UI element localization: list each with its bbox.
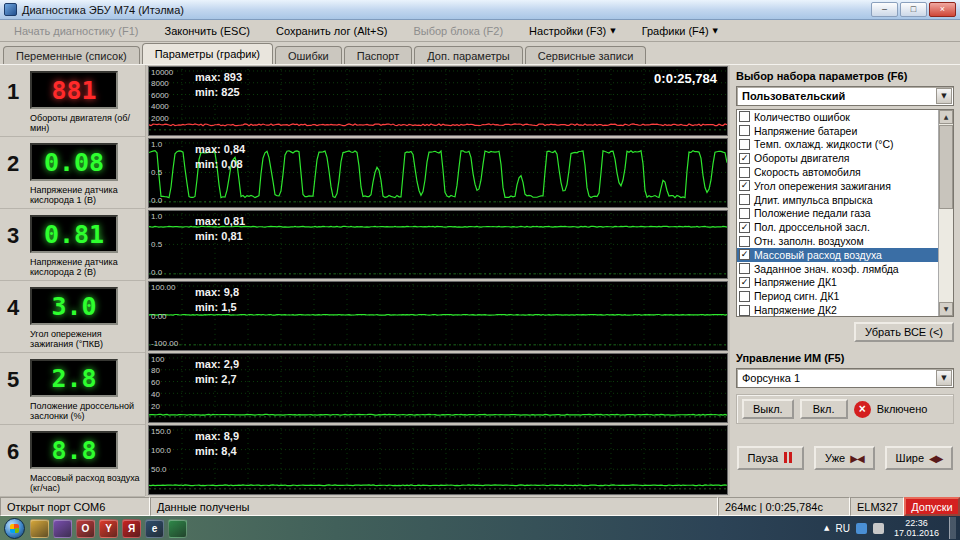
parameter-row: 30.81Напряжение датчика кислорода 2 (В) (0, 209, 145, 281)
pause-button[interactable]: Пауза (737, 446, 805, 470)
chevron-down-icon[interactable]: ▼ (936, 370, 952, 386)
menu-item-4: Выбор блока (F2) (407, 22, 509, 40)
checkbox-checked[interactable]: ✓ (739, 222, 750, 233)
taskbar-app-icon[interactable] (53, 519, 72, 538)
actuator-off-button[interactable]: Выкл. (742, 399, 794, 419)
tab-1[interactable]: Переменные (список) (3, 46, 140, 64)
checkbox-unchecked[interactable] (739, 291, 750, 302)
parameter-list-label: Положение педали газа (754, 207, 871, 219)
tab-3[interactable]: Ошибки (275, 46, 342, 64)
checkbox-checked[interactable]: ✓ (739, 277, 750, 288)
parameter-list-label: Напряжение ДК2 (754, 304, 837, 316)
graph-min-label: min: 2,7 (195, 373, 237, 385)
y-tick-label: 40 (151, 390, 160, 399)
graph-max-label: max: 2,9 (195, 358, 239, 370)
language-indicator[interactable]: RU (836, 523, 850, 534)
taskbar: OYЯe ▲ RU 22:36 17.01.2016 (0, 516, 960, 540)
graph-time-label: 0:0:25,784 (654, 71, 717, 86)
show-desktop-button[interactable] (949, 517, 956, 539)
parameter-list-item[interactable]: Отн. заполн. воздухом (737, 234, 938, 248)
checkbox-unchecked[interactable] (739, 263, 750, 274)
scroll-down-icon[interactable]: ▼ (939, 302, 953, 316)
taskbar-app-icon[interactable]: Y (99, 519, 118, 538)
taskbar-app-icon[interactable]: O (76, 519, 95, 538)
taskbar-app-icon[interactable] (30, 519, 49, 538)
checkbox-checked[interactable]: ✓ (739, 249, 750, 260)
graph-max-label: max: 9,8 (195, 286, 239, 298)
minimize-button[interactable]: – (871, 2, 898, 17)
wider-button[interactable]: Шире ◀▶ (885, 446, 954, 470)
start-button[interactable] (4, 518, 25, 539)
parameter-list-item[interactable]: Скорость автомобиля (737, 165, 938, 179)
checkbox-unchecked[interactable] (739, 125, 750, 136)
menu-item-label: Выбор блока (F2) (413, 25, 503, 37)
checkbox-unchecked[interactable] (739, 208, 750, 219)
parameter-listbox: Количество ошибокНапряжение батареиТемп.… (736, 109, 954, 317)
parameter-list: Количество ошибокНапряжение батареиТемп.… (737, 110, 938, 316)
y-tick-label: 4000 (151, 102, 169, 111)
maximize-button[interactable]: □ (900, 2, 927, 17)
parameter-label: Положение дроссельной заслонки (%) (30, 401, 142, 421)
parameter-list-item[interactable]: Напряжение ДК2 (737, 303, 938, 316)
tab-6[interactable]: Сервисные записи (525, 46, 647, 64)
parameter-list-item[interactable]: Количество ошибок (737, 110, 938, 124)
checkbox-unchecked[interactable] (739, 139, 750, 150)
actuator-dropdown[interactable]: Форсунка 1 ▼ (736, 368, 954, 388)
checkbox-unchecked[interactable] (739, 194, 750, 205)
tray-expand-icon[interactable]: ▲ (824, 524, 829, 532)
parameter-list-item[interactable]: Длит. импульса впрыска (737, 193, 938, 207)
parameter-list-item[interactable]: ✓Напряжение ДК1 (737, 276, 938, 290)
parameter-list-item[interactable]: ✓Массовый расход воздуха (737, 248, 938, 262)
led-display: 0.08 (30, 143, 118, 181)
led-display: 3.0 (30, 287, 118, 325)
status-timing: 264мс | 0:0:25,784с (718, 497, 850, 516)
menu-item-3[interactable]: Сохранить лог (Alt+S) (270, 22, 393, 40)
checkbox-unchecked[interactable] (739, 236, 750, 247)
scroll-up-icon[interactable]: ▲ (939, 110, 953, 124)
parameter-set-dropdown[interactable]: Пользовательский ▼ (736, 86, 954, 106)
parameter-list-item[interactable]: Напряжение батареи (737, 124, 938, 138)
remove-all-button[interactable]: Убрать ВСЕ (<) (854, 322, 954, 342)
chevron-down-icon[interactable]: ▼ (936, 88, 952, 104)
actuator-buttons-row: Выкл. Вкл. × Включено (736, 394, 954, 424)
narrower-button[interactable]: Уже ▶◀ (814, 446, 875, 470)
parameter-list-item[interactable]: ✓Угол опережения зажигания (737, 179, 938, 193)
parameter-list-item[interactable]: ✓Пол. дроссельной засл. (737, 220, 938, 234)
tab-4[interactable]: Паспорт (344, 46, 413, 64)
parameter-set-dropdown-value: Пользовательский (742, 90, 845, 102)
menu-item-label: Начать диагностику (F1) (14, 25, 138, 37)
parameter-list-item[interactable]: Период сигн. ДК1 (737, 289, 938, 303)
close-button[interactable]: × (929, 2, 956, 17)
actuator-on-button[interactable]: Вкл. (800, 399, 848, 419)
tab-5[interactable]: Доп. параметры (414, 46, 522, 64)
tolerances-button[interactable]: Допуски (904, 497, 960, 516)
graph-navigation: Пауза Уже ▶◀ Шире ◀▶ (736, 446, 954, 470)
parameter-list-item[interactable]: Положение педали газа (737, 207, 938, 221)
parameter-list-item[interactable]: Темп. охлажд. жидкости (°C) (737, 138, 938, 152)
checkbox-unchecked[interactable] (739, 305, 750, 316)
tray-time: 22:36 (894, 518, 939, 528)
parameter-list-item[interactable]: ✓Обороты двигателя (737, 151, 938, 165)
windows-logo-icon (10, 524, 19, 533)
menu-item-6[interactable]: Графики (F4)▼ (636, 22, 724, 40)
checkbox-unchecked[interactable] (739, 111, 750, 122)
menu-item-5[interactable]: Настройки (F3)▼ (523, 22, 622, 40)
checkbox-unchecked[interactable] (739, 167, 750, 178)
taskbar-app-icon[interactable]: e (145, 519, 164, 538)
taskbar-app-icon[interactable]: Я (122, 519, 141, 538)
checkbox-checked[interactable]: ✓ (739, 153, 750, 164)
menu-item-2[interactable]: Закончить (ESC) (158, 22, 256, 40)
parameter-list-label: Пол. дроссельной засл. (754, 221, 870, 233)
y-tick-label: 100.00 (151, 283, 175, 292)
parameter-list-item[interactable]: Заданное знач. коэф. лямбда (737, 262, 938, 276)
taskbar-app-icon[interactable] (168, 519, 187, 538)
main-content: 1881Обороты двигателя (об/мин)20.08Напря… (0, 64, 960, 496)
tray-icon[interactable] (856, 523, 867, 534)
clock[interactable]: 22:36 17.01.2016 (890, 518, 943, 538)
checkbox-checked[interactable]: ✓ (739, 180, 750, 191)
tray-icon[interactable] (873, 523, 884, 534)
actuator-status-label: Включено (877, 403, 928, 415)
scrollbar-thumb[interactable] (939, 125, 953, 209)
listbox-scrollbar[interactable]: ▲ ▼ (938, 110, 953, 316)
tab-2[interactable]: Параметры (график) (142, 43, 273, 64)
